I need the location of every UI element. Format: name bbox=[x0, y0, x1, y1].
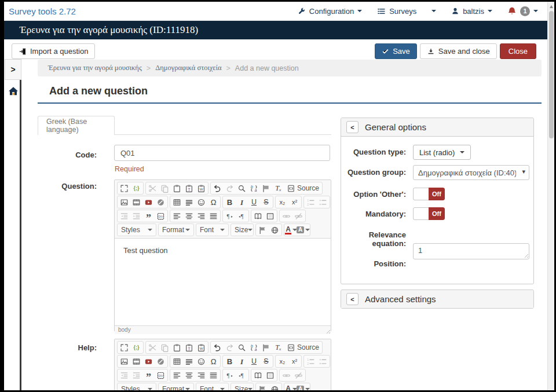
bold-button[interactable]: B bbox=[224, 196, 236, 208]
remove-format-button[interactable]: Tₓ bbox=[272, 182, 284, 194]
text-color-button[interactable]: A bbox=[285, 383, 297, 390]
rtl-button[interactable] bbox=[236, 210, 248, 222]
strike-button[interactable]: S bbox=[260, 196, 272, 208]
ltr-button[interactable] bbox=[224, 369, 236, 381]
user-menu[interactable]: baltzis bbox=[451, 7, 492, 16]
templates-button[interactable]: {;} bbox=[130, 342, 142, 353]
question-group-select[interactable]: Δημογραφικά στοιχεία (ID:40) bbox=[413, 165, 529, 180]
question-editor-content[interactable]: Test question bbox=[115, 239, 331, 325]
superscript-button[interactable]: x² bbox=[288, 356, 301, 367]
flash-button[interactable] bbox=[155, 356, 167, 367]
iframe-button[interactable] bbox=[264, 369, 276, 381]
italic-button[interactable]: I bbox=[236, 356, 248, 367]
redo-button[interactable] bbox=[224, 342, 236, 353]
undo-button[interactable] bbox=[211, 342, 224, 353]
close-button[interactable]: Close bbox=[500, 43, 536, 59]
page-break-button[interactable] bbox=[252, 210, 264, 222]
paste-word-button[interactable] bbox=[195, 182, 207, 194]
underline-button[interactable]: U bbox=[248, 196, 260, 208]
flag-button[interactable] bbox=[257, 383, 269, 390]
smiley-button[interactable] bbox=[195, 196, 207, 208]
size-dropdown[interactable]: Size bbox=[232, 383, 253, 390]
bg-color-button[interactable]: A bbox=[297, 224, 309, 236]
undo-button[interactable] bbox=[211, 182, 224, 194]
find-button[interactable] bbox=[236, 182, 248, 194]
underline-button[interactable]: U bbox=[248, 356, 260, 367]
maximize-button[interactable] bbox=[118, 182, 130, 194]
source-doc-button[interactable]: Source bbox=[284, 342, 321, 353]
horizontal-rule-button[interactable] bbox=[183, 196, 195, 208]
find-button[interactable] bbox=[236, 342, 248, 353]
bold-button[interactable]: B bbox=[224, 356, 236, 367]
copy-button[interactable] bbox=[159, 182, 171, 194]
select-all-button[interactable] bbox=[260, 182, 272, 194]
special-char-button[interactable]: Ω bbox=[207, 196, 220, 208]
align-center-button[interactable] bbox=[183, 210, 195, 222]
ltr-button[interactable] bbox=[224, 210, 236, 222]
numbered-list-button[interactable] bbox=[305, 196, 317, 208]
save-and-close-button[interactable]: Save and close bbox=[420, 43, 497, 59]
replace-button[interactable] bbox=[248, 182, 260, 194]
cut-button[interactable] bbox=[147, 342, 159, 353]
font-dropdown[interactable]: Font bbox=[197, 383, 228, 390]
strike-button[interactable]: S bbox=[260, 356, 272, 367]
indent-button[interactable] bbox=[130, 210, 142, 222]
flash-button[interactable] bbox=[155, 196, 167, 208]
page-break-button[interactable] bbox=[252, 369, 264, 381]
align-right-button[interactable] bbox=[195, 369, 207, 381]
code-input[interactable] bbox=[114, 145, 330, 161]
link-button[interactable] bbox=[280, 210, 292, 222]
film-button[interactable] bbox=[130, 196, 142, 208]
maximize-button[interactable] bbox=[118, 342, 130, 353]
paste-button[interactable] bbox=[171, 342, 183, 353]
film-button[interactable] bbox=[130, 356, 142, 367]
globe-button[interactable] bbox=[269, 383, 281, 390]
font-dropdown[interactable]: Font bbox=[197, 224, 228, 236]
align-center-button[interactable] bbox=[183, 369, 195, 381]
scroll-up-arrow-icon[interactable] bbox=[548, 3, 554, 10]
replace-button[interactable] bbox=[248, 342, 260, 353]
youtube-button[interactable] bbox=[142, 356, 155, 367]
align-left-button[interactable] bbox=[171, 210, 183, 222]
image-button[interactable] bbox=[118, 356, 130, 367]
source-doc-button[interactable]: Source bbox=[284, 182, 321, 194]
indent-button[interactable] bbox=[130, 369, 142, 381]
blockquote-button[interactable]: ” bbox=[142, 210, 155, 222]
app-brand[interactable]: Survey tools 2.72 bbox=[9, 6, 76, 16]
expand-advanced-settings-button[interactable]: < bbox=[346, 293, 359, 305]
align-justify-button[interactable] bbox=[207, 369, 220, 381]
select-all-button[interactable] bbox=[260, 342, 272, 353]
cut-button[interactable] bbox=[147, 182, 159, 194]
table-button[interactable] bbox=[171, 196, 183, 208]
link-button[interactable] bbox=[280, 369, 292, 381]
paste-word-button[interactable] bbox=[195, 342, 207, 353]
iframe-button[interactable] bbox=[264, 210, 276, 222]
youtube-button[interactable] bbox=[142, 196, 155, 208]
subscript-button[interactable]: x₂ bbox=[276, 196, 288, 208]
globe-button[interactable] bbox=[269, 224, 281, 236]
paste-button[interactable] bbox=[171, 182, 183, 194]
paste-text-button[interactable] bbox=[183, 182, 195, 194]
import-question-button[interactable]: Import a question bbox=[12, 43, 95, 59]
div-container-button[interactable] bbox=[155, 210, 167, 222]
breadcrumb-group-link[interactable]: Δημογραφικά στοιχεία bbox=[155, 64, 221, 72]
breadcrumb-survey-link[interactable]: Έρευνα για την αγορά μουσικής bbox=[48, 64, 142, 72]
paste-text-button[interactable] bbox=[183, 342, 195, 353]
blockquote-button[interactable]: ” bbox=[142, 369, 155, 381]
sidebar-expand-button[interactable]: > bbox=[5, 59, 21, 80]
bulleted-list-button[interactable] bbox=[317, 356, 329, 367]
configuration-menu[interactable]: Configuration bbox=[298, 7, 362, 16]
size-dropdown[interactable]: Size bbox=[232, 224, 253, 236]
save-button[interactable]: Save bbox=[375, 43, 417, 59]
table-button[interactable] bbox=[171, 356, 183, 367]
home-icon[interactable] bbox=[8, 85, 19, 97]
bulleted-list-button[interactable] bbox=[317, 196, 329, 208]
format-dropdown[interactable]: Format bbox=[159, 224, 193, 236]
outdent-button[interactable] bbox=[118, 369, 130, 381]
resize-grip[interactable] bbox=[325, 328, 330, 334]
smiley-button[interactable] bbox=[195, 356, 207, 367]
flag-button[interactable] bbox=[257, 224, 269, 236]
superscript-button[interactable]: x² bbox=[288, 196, 301, 208]
text-color-button[interactable]: A bbox=[285, 224, 297, 236]
notifications-menu[interactable]: 1 bbox=[507, 6, 538, 16]
